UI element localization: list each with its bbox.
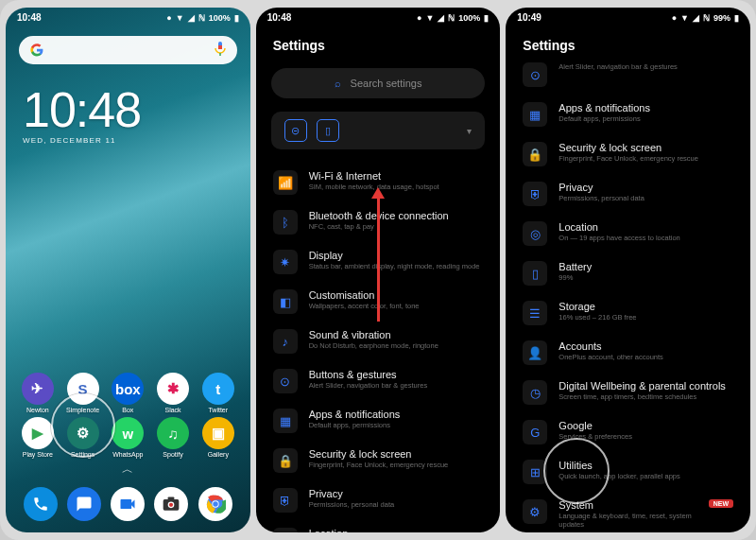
app-label: Spotify [163, 451, 182, 458]
app-icon: ✱ [157, 373, 189, 405]
settings-item-apps[interactable]: ▦Apps & notificationsDefault apps, permi… [262, 401, 495, 441]
item-text: Battery99% [558, 261, 733, 282]
wifi-icon: ▼ [680, 13, 689, 23]
settings-item-loc[interactable]: ◎LocationOn — 19 apps have access to loc… [262, 520, 495, 532]
google-search-bar[interactable] [19, 36, 237, 64]
settings-item-btn[interactable]: ⊙Buttons & gesturesAlert Slider, navigat… [262, 361, 495, 401]
item-text: GoogleServices & preferences [558, 420, 733, 441]
clock-date: WED, DECEMBER 11 [23, 136, 250, 145]
app-whatsapp[interactable]: wWhatsApp [105, 417, 150, 458]
settings-item-goog[interactable]: GGoogleServices & preferences [511, 412, 745, 452]
item-title: Battery [558, 261, 733, 272]
app-messages[interactable] [62, 487, 106, 521]
item-subtitle: Default apps, permissions [558, 114, 733, 123]
item-text: Storage16% used – 216 GB free [558, 301, 733, 322]
settings-item-dw[interactable]: ◷Digital Wellbeing & parental controlsSc… [511, 373, 745, 412]
settings-item-sec[interactable]: 🔒Security & lock screenFingerprint, Face… [511, 134, 745, 174]
item-text: PrivacyPermissions, personal data [309, 488, 484, 509]
item-text: SystemLanguage & keyboard, time, reset, … [558, 499, 696, 529]
wifi-icon: 📶 [273, 170, 298, 195]
settings-item-bt[interactable]: ᛒBluetooth & device connectionNFC, cast,… [262, 202, 495, 242]
btn-icon: ⊙ [523, 62, 547, 87]
bt-icon: ᛒ [273, 210, 298, 235]
settings-item-wifi[interactable]: 📶Wi-Fi & InternetSIM, mobile network, da… [262, 163, 495, 202]
app-box[interactable]: boxBox [105, 373, 150, 413]
item-subtitle: Language & keyboard, time, reset, system… [558, 512, 696, 529]
app-phone[interactable] [19, 487, 62, 521]
new-badge: NEW [709, 499, 733, 508]
settings-item-sys[interactable]: ⚙SystemLanguage & keyboard, time, reset,… [511, 492, 745, 532]
util-icon: ⊞ [523, 460, 547, 484]
settings-item-priv[interactable]: ⛨PrivacyPermissions, personal data [511, 174, 745, 214]
item-subtitle: Status bar, ambient display, night mode,… [309, 262, 484, 270]
item-text: Digital Wellbeing & parental controlsScr… [558, 380, 733, 401]
item-subtitle: Default apps, permissions [309, 421, 484, 429]
battery-percent: 99% [713, 13, 730, 23]
settings-item-cust[interactable]: ◧CustomisationWallpapers, accent color, … [262, 282, 495, 322]
settings-item-sec[interactable]: 🔒Security & lock screenFingerprint, Face… [262, 441, 495, 480]
sound-icon: ♪ [273, 329, 298, 354]
app-icon: ▶ [22, 417, 54, 449]
mic-icon[interactable] [215, 42, 226, 60]
acct-icon: 👤 [523, 340, 547, 365]
settings-item-acct[interactable]: 👤AccountsOnePlus account, other accounts [511, 333, 745, 373]
item-title: System [558, 499, 696, 511]
item-subtitle: Permissions, personal data [309, 500, 484, 509]
settings-item-apps[interactable]: ▦Apps & notificationsDefault apps, permi… [511, 95, 745, 134]
sec-icon: 🔒 [273, 448, 298, 473]
item-title: Utilities [558, 460, 733, 471]
settings-item-disp[interactable]: ✷DisplayStatus bar, ambient display, nig… [262, 242, 495, 282]
app-chrome[interactable] [194, 487, 237, 521]
app-spotify[interactable]: ♫Spotify [150, 417, 196, 458]
app-simplenote[interactable]: SSimplenote [60, 373, 106, 413]
goog-icon: G [523, 420, 547, 444]
item-title: Apps & notifications [309, 409, 484, 420]
app-icon: ▣ [202, 417, 234, 449]
app-settings[interactable]: ⚙Settings [60, 417, 106, 458]
apps-icon: ▦ [523, 102, 547, 127]
app-icon [154, 487, 188, 521]
chevron-down-icon: ▾ [467, 126, 472, 136]
settings-item-bat[interactable]: ▯Battery99% [511, 253, 745, 293]
app-camera[interactable] [149, 487, 193, 521]
settings-item-loc[interactable]: ◎LocationOn — 19 apps have access to loc… [511, 214, 745, 253]
dock [15, 481, 241, 525]
app-icon [111, 487, 145, 521]
settings-item-btn[interactable]: ⊙Alert Slider, navigation bar & gestures [511, 62, 745, 95]
wifi-icon: ▼ [425, 13, 434, 23]
app-twitter[interactable]: tTwitter [196, 373, 241, 413]
app-duo[interactable] [106, 487, 149, 521]
status-icons: ● ▼ ◢ ℕ 100% ▮ [166, 13, 238, 23]
app-icon: w [112, 417, 144, 449]
app-gallery[interactable]: ▣Gallery [196, 417, 241, 458]
svg-point-5 [169, 503, 173, 507]
item-subtitle: Fingerprint, Face Unlock, emergency resc… [309, 461, 484, 469]
app-play-store[interactable]: ▶Play Store [15, 417, 60, 458]
settings-item-util[interactable]: ⊞UtilitiesQuick launch, app locker, para… [511, 452, 745, 492]
app-icon [24, 487, 58, 521]
settings-item-priv[interactable]: ⛨PrivacyPermissions, personal data [262, 480, 495, 520]
item-subtitle: 16% used – 216 GB free [558, 313, 733, 322]
sim-toggle-row[interactable]: ⊝ ▯ ▾ [271, 112, 486, 149]
item-title: Digital Wellbeing & parental controls [558, 380, 733, 392]
settings-item-sound[interactable]: ♪Sound & vibrationDo Not Disturb, earpho… [262, 322, 495, 361]
wifi-icon: ▼ [176, 13, 184, 23]
item-text: Security & lock screenFingerprint, Face … [558, 142, 733, 163]
priv-icon: ⛨ [273, 488, 298, 513]
settings-item-stor[interactable]: ☰Storage16% used – 216 GB free [511, 293, 745, 333]
item-text: Buttons & gesturesAlert Slider, navigati… [309, 369, 484, 390]
item-text: Bluetooth & device connectionNFC, cast, … [309, 210, 484, 231]
signal-icon: ◢ [693, 13, 699, 23]
app-icon: S [67, 373, 99, 405]
app-newton[interactable]: ✈Newton [15, 373, 60, 413]
app-drawer-handle[interactable]: ︿ [15, 462, 241, 478]
status-bar: 10:49 ● ▼ ◢ ℕ 99% ▮ [506, 8, 750, 25]
app-icon: ♫ [157, 417, 189, 449]
app-slack[interactable]: ✱Slack [150, 373, 196, 413]
search-settings[interactable]: ⌕ Search settings [271, 68, 486, 98]
app-label: Box [122, 407, 133, 413]
item-subtitle: Fingerprint, Face Unlock, emergency resc… [558, 154, 733, 163]
item-title: Storage [558, 301, 733, 312]
item-subtitle: Alert Slider, navigation bar & gestures [309, 381, 484, 390]
clock-time: 10:48 [23, 85, 250, 134]
